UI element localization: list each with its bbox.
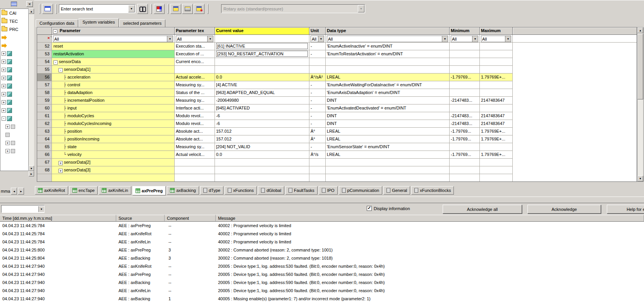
chevron-down-icon[interactable] (442, 36, 448, 42)
parameter-cell[interactable] (52, 174, 175, 182)
alarm-header-time[interactable]: Time [dd.mm.yy h:m:s:ms] (0, 215, 116, 222)
sheet-tab-pcommunication[interactable]: pCommunication (339, 186, 383, 195)
current-value-cell[interactable]: -6 (215, 112, 309, 120)
alarm-row[interactable]: 04.04.23 11:44:25:784AEE : axKnifeLin--4… (0, 238, 644, 246)
scroll-up-icon[interactable] (29, 9, 34, 14)
collapse-all-icon[interactable] (53, 29, 57, 34)
parameter-filter-combo[interactable]: All (53, 36, 173, 42)
value-edit-box[interactable]: [61] INACTIVE (216, 43, 308, 49)
alarm-header-message[interactable]: Message (216, 215, 644, 222)
sheet-tab-xfunctions[interactable]: xFunctions (225, 186, 257, 195)
display-information-checkbox[interactable] (367, 206, 372, 211)
current-value-cell[interactable]: -200649980 (215, 97, 309, 104)
expand-icon[interactable] (2, 108, 6, 113)
sheet-tab-dglobal[interactable]: dGlobal (258, 186, 284, 195)
alarm-header-source[interactable]: Source (116, 215, 165, 222)
alarm-row[interactable]: 04.04.23 11:44:27:940AEE : axKnifeLin--2… (0, 287, 644, 295)
current-value-cell[interactable]: [61] INACTIVE (215, 43, 309, 50)
expand-icon[interactable] (2, 92, 6, 96)
alarm-row[interactable]: 04.04.23 11:44:25:804AEE : axBacking3300… (0, 254, 644, 262)
row-number[interactable]: 58 (37, 89, 52, 97)
parameter-cell[interactable]: moduloCycles (52, 112, 175, 120)
parameter-text-filter-combo[interactable]: All (176, 36, 213, 42)
tree-item[interactable] (0, 139, 28, 147)
tree-item[interactable] (0, 74, 28, 82)
parameter-cell[interactable]: state (52, 143, 175, 151)
parameter-cell[interactable]: sensorData[2] (52, 159, 175, 166)
row-number[interactable]: 67 (37, 159, 52, 166)
tree-item-tec[interactable]: TEC (0, 17, 28, 25)
expand-icon[interactable] (2, 76, 6, 80)
parameter-cell[interactable]: dataAdaption (52, 89, 175, 97)
row-number[interactable]: 56 (37, 74, 52, 81)
parameter-cell[interactable]: reset (52, 43, 175, 50)
row-number[interactable]: 66 (37, 151, 52, 159)
header-data-type[interactable]: Data type (326, 27, 450, 35)
chevron-down-icon[interactable] (318, 36, 324, 42)
row-number[interactable]: 62 (37, 120, 52, 128)
collapse-icon[interactable] (53, 60, 58, 65)
grid-view-button[interactable] (154, 4, 165, 14)
parameter-cell[interactable]: acceleration (52, 74, 175, 81)
parameter-cell[interactable]: sensorData[3] (52, 166, 175, 174)
parameter-cell[interactable]: velocity (52, 151, 175, 159)
sheet-tab-ipo[interactable]: IPO (319, 186, 338, 195)
tree-vertical-scrollbar[interactable] (29, 9, 34, 171)
expand-icon[interactable] (5, 141, 10, 145)
tree-item[interactable] (0, 58, 28, 66)
tree-item[interactable] (0, 123, 28, 131)
row-number[interactable]: 53 (37, 50, 52, 58)
expand-icon[interactable] (2, 100, 6, 104)
current-value-cell[interactable]: [204] NOT_VALID (215, 143, 309, 151)
unit-filter-combo[interactable]: All (311, 36, 324, 42)
parameter-cell[interactable]: position (52, 128, 175, 135)
expand-icon[interactable] (2, 51, 6, 56)
parameter-cell[interactable]: moduloCyclesIncoming (52, 120, 175, 128)
current-value-cell[interactable] (215, 66, 309, 74)
value-edit-box[interactable]: [293] NO_RESTART_ACTIVATION (216, 51, 308, 57)
chevron-down-icon[interactable] (167, 36, 173, 42)
row-number[interactable]: 59 (37, 97, 52, 104)
parameter-cell[interactable]: control (52, 81, 175, 89)
header-unit[interactable]: Unit (309, 27, 326, 35)
row-number[interactable]: 64 (37, 135, 52, 143)
current-value-cell[interactable] (215, 159, 309, 166)
scroll-tabs-left-button[interactable] (11, 188, 17, 195)
chevron-down-icon[interactable] (128, 5, 135, 12)
expand-icon[interactable] (2, 60, 6, 64)
current-value-cell[interactable]: [293] NO_RESTART_ACTIVATION (215, 50, 309, 58)
help-for-event-button[interactable]: Help for e (607, 205, 644, 214)
sheet-tab-axbacking[interactable]: axBacking (167, 186, 199, 195)
tree-item[interactable] (0, 106, 28, 115)
scroll-down-icon[interactable] (637, 176, 643, 181)
row-number[interactable]: 65 (37, 143, 52, 151)
sheet-tab-axprepreg[interactable]: axPrePreg (132, 186, 166, 195)
collapse-icon[interactable] (2, 116, 6, 121)
row-number[interactable]: 63 (37, 128, 52, 135)
search-input[interactable]: Enter search text (59, 7, 128, 11)
collapse-icon[interactable] (58, 68, 63, 72)
tree-item[interactable] (0, 98, 28, 106)
current-value-cell[interactable]: [945] ACTIVATED (215, 104, 309, 112)
tree-item[interactable] (0, 50, 28, 58)
tree-item[interactable] (0, 82, 28, 90)
scroll-down-icon[interactable] (29, 166, 34, 171)
row-number[interactable]: 61 (37, 112, 52, 120)
current-value-cell[interactable]: [963] ADAPTED_AND_EQUAL (215, 89, 309, 97)
current-value-cell[interactable] (215, 166, 309, 174)
sheet-tab-dtype[interactable]: dType (200, 186, 223, 195)
sheet-tab-general[interactable]: General (383, 186, 410, 195)
alarm-row[interactable]: 04.04.23 11:44:25:784AEE : axPrePreg--40… (0, 222, 644, 230)
row-number[interactable]: 68 (37, 166, 52, 174)
tree-item[interactable] (0, 66, 28, 74)
current-value-cell[interactable] (215, 174, 309, 182)
chevron-down-icon[interactable] (505, 36, 511, 42)
parameter-cell[interactable]: incrementalPosition (52, 97, 175, 104)
tree-item-cai[interactable]: CAI (0, 9, 28, 17)
expand-icon[interactable] (58, 161, 63, 165)
parameter-cell[interactable]: positionIncoming (52, 135, 175, 143)
tree-item[interactable] (0, 131, 28, 139)
header-maximum[interactable]: Maximum (480, 27, 513, 35)
data-type-filter-combo[interactable]: All (327, 36, 448, 42)
parameter-cell[interactable]: sensorData[1] (52, 66, 175, 74)
